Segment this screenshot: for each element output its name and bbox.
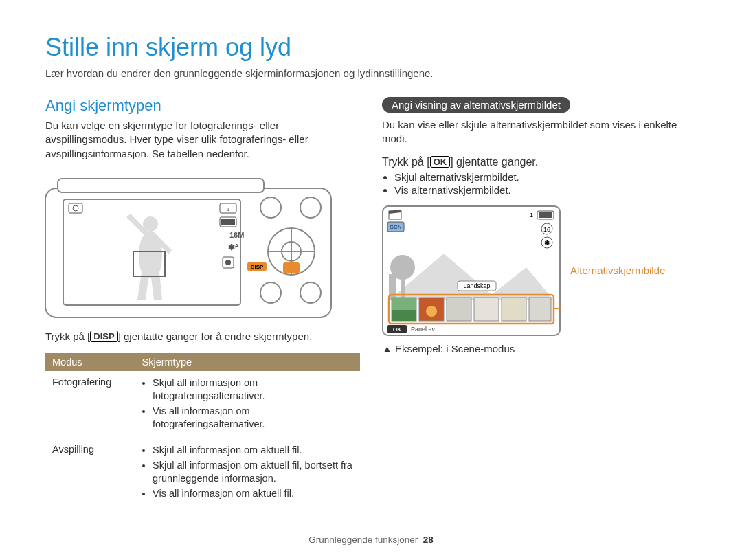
svg-text:DISP: DISP (251, 264, 264, 270)
svg-rect-1 (58, 179, 264, 192)
svg-rect-39 (401, 274, 405, 300)
svg-text:16: 16 (543, 226, 550, 233)
table-row-mode: Fotografering (45, 371, 135, 438)
svg-point-16 (300, 197, 321, 218)
camera-icon (69, 203, 82, 213)
svg-text:16M: 16M (229, 231, 244, 239)
table-row-item: Vis all informasjon om fotograferingsalt… (153, 405, 353, 431)
svg-point-15 (260, 197, 281, 218)
alt-screen-paragraph: Du kan vise eller skjule alternativskjer… (382, 118, 697, 146)
disp-button-highlight (283, 262, 300, 273)
right-column: Angi visning av alternativskjermbildet D… (382, 97, 697, 508)
svg-text:✱ᴬ: ✱ᴬ (228, 243, 239, 252)
svg-rect-31 (539, 212, 552, 218)
page-title: Stille inn skjerm og lyd (45, 33, 697, 62)
alt-screen-heading: Angi visning av alternativskjermbildet (382, 97, 570, 113)
alt-panel-callout: Alternativskjermbilde (570, 265, 665, 276)
svg-rect-6 (221, 219, 235, 225)
table-row-item: Skjul all informasjon om aktuell fil, bo… (153, 459, 353, 485)
table-header-mode: Modus (45, 353, 135, 371)
svg-point-10 (225, 260, 231, 265)
section-heading-display-type: Angi skjermtypen (45, 97, 360, 115)
svg-point-21 (260, 282, 281, 303)
page-footer: Grunnleggende funksjoner 28 (0, 535, 742, 545)
svg-text:1: 1 (530, 212, 533, 219)
svg-rect-49 (529, 298, 551, 321)
svg-text:OK: OK (393, 326, 401, 333)
bullet-item: Vis alternativskjermbildet. (394, 184, 697, 196)
svg-text:✱: ✱ (544, 239, 550, 247)
table-row-item: Skjul all informasjon om fotograferingsa… (153, 377, 353, 403)
mode-table: Modus Skjermtype Fotografering Skjul all… (45, 353, 360, 508)
svg-text:Landskap: Landskap (463, 282, 490, 289)
bullet-item: Skjul alternativskjermbildet. (394, 171, 697, 183)
left-column: Angi skjermtypen Du kan velge en skjermt… (45, 97, 360, 508)
svg-rect-48 (502, 298, 526, 321)
svg-point-22 (300, 282, 321, 303)
table-row-mode: Avspilling (45, 438, 135, 508)
display-type-paragraph: Du kan velge en skjermtype for fotografe… (45, 119, 360, 161)
svg-text:Panel av: Panel av (411, 326, 436, 333)
alt-screen-diagram: SCN 1 16 ✱ Landskap (382, 205, 561, 336)
disp-instruction: Trykk på [DISP] gjentatte ganger for å e… (45, 330, 360, 344)
clapboard-icon (389, 210, 401, 219)
example-caption: ▲ Eksempel: i Scene-modus (382, 343, 697, 355)
table-row-item: Vis all informasjon om aktuell fil. (153, 487, 353, 500)
svg-rect-47 (474, 298, 499, 321)
svg-point-45 (426, 306, 437, 317)
svg-text:1: 1 (227, 206, 230, 212)
disp-button-label: DISP (90, 331, 117, 342)
camera-back-diagram: 1 16M ✱ᴬ (44, 176, 333, 320)
svg-rect-43 (392, 310, 416, 321)
ok-instruction: Trykk på [OK] gjentatte ganger. (382, 156, 697, 168)
table-row-item: Skjul all informasjon om aktuell fil. (153, 444, 353, 457)
svg-text:SCN: SCN (390, 224, 402, 230)
table-header-type: Skjermtype (135, 353, 360, 371)
alt-bullets: Skjul alternativskjermbildet. Vis altern… (382, 171, 697, 196)
svg-rect-46 (447, 298, 471, 321)
ok-button-label: OK (430, 156, 451, 168)
svg-rect-11 (69, 203, 82, 213)
page-subtitle: Lær hvordan du endrer den grunnleggende … (45, 67, 697, 79)
